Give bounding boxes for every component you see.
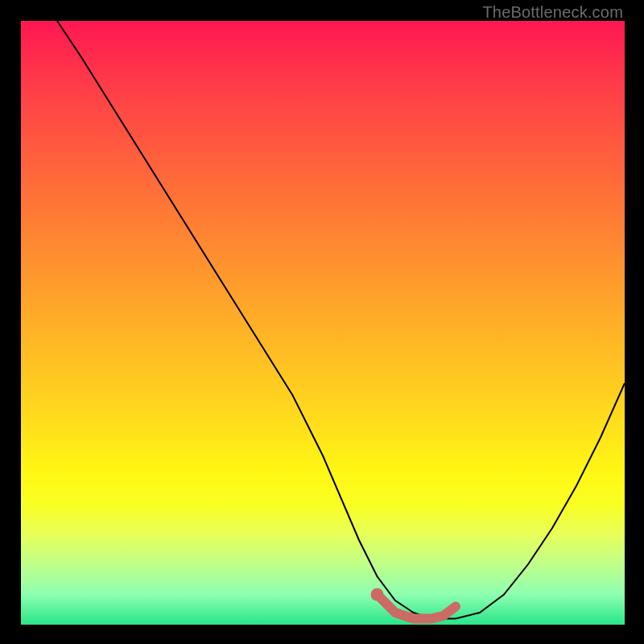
plot-area [21, 21, 625, 625]
watermark-text: TheBottleneck.com [482, 3, 623, 22]
svg-point-0 [371, 588, 384, 601]
chart-container: TheBottleneck.com [0, 0, 644, 644]
bottleneck-curve [21, 21, 625, 625]
